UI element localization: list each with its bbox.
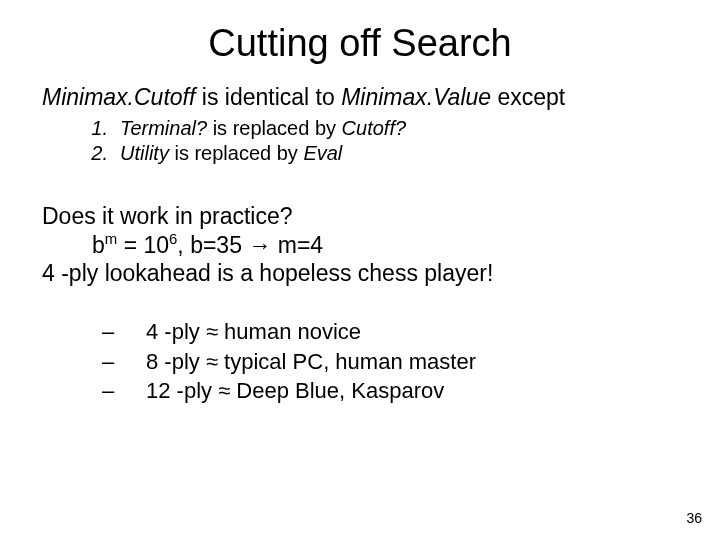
bullet-dash-icon: –	[102, 377, 146, 405]
rule-text: Utility is replaced by Eval	[120, 141, 342, 166]
ply-text: 4 -ply ≈ human novice	[146, 318, 361, 346]
rule-term: Utility	[120, 142, 169, 164]
bullet-dash-icon: –	[102, 348, 146, 376]
hopeless-line: 4 -ply lookahead is a hopeless chess pla…	[42, 259, 678, 288]
eq-part2: , b=35	[177, 232, 248, 258]
rule-item: 1. Terminal? is replaced by Cutoff?	[76, 116, 678, 141]
eq-part1: = 10	[117, 232, 169, 258]
intro-text-1: is identical to	[195, 84, 341, 110]
rule-term: Eval	[303, 142, 342, 164]
bullet-dash-icon: –	[102, 318, 146, 346]
ply-text: 12 -ply ≈ Deep Blue, Kasparov	[146, 377, 444, 405]
rule-list: 1. Terminal? is replaced by Cutoff? 2. U…	[42, 116, 678, 166]
page-number: 36	[686, 510, 702, 526]
rule-mid: is replaced by	[169, 142, 304, 164]
slide: Cutting off Search Minimax.Cutoff is ide…	[0, 0, 720, 540]
arrow-icon: →	[248, 232, 271, 258]
rule-number: 2.	[76, 141, 120, 166]
rule-item: 2. Utility is replaced by Eval	[76, 141, 678, 166]
intro-text-2: except	[491, 84, 565, 110]
ply-text: 8 -ply ≈ typical PC, human master	[146, 348, 476, 376]
ply-item: – 4 -ply ≈ human novice	[102, 318, 678, 346]
practice-question: Does it work in practice?	[42, 202, 678, 231]
slide-title: Cutting off Search	[0, 0, 720, 83]
ply-item: – 8 -ply ≈ typical PC, human master	[102, 348, 678, 376]
rule-term: Terminal?	[120, 117, 207, 139]
rule-mid: is replaced by	[207, 117, 342, 139]
slide-body: Minimax.Cutoff is identical to Minimax.V…	[0, 83, 720, 405]
equation-line: bm = 106, b=35 → m=4	[42, 231, 678, 260]
term-minimax-value: Minimax.Value	[341, 84, 491, 110]
eq-m-sup: m	[105, 230, 117, 247]
ply-item: – 12 -ply ≈ Deep Blue, Kasparov	[102, 377, 678, 405]
practice-block: Does it work in practice? bm = 106, b=35…	[42, 202, 678, 288]
eq-m4: m=4	[271, 232, 323, 258]
intro-line: Minimax.Cutoff is identical to Minimax.V…	[42, 83, 678, 112]
eq-b: b	[92, 232, 105, 258]
rule-number: 1.	[76, 116, 120, 141]
term-minimax-cutoff: Minimax.Cutoff	[42, 84, 195, 110]
ply-list: – 4 -ply ≈ human novice – 8 -ply ≈ typic…	[42, 318, 678, 405]
rule-term: Cutoff?	[342, 117, 406, 139]
rule-text: Terminal? is replaced by Cutoff?	[120, 116, 406, 141]
